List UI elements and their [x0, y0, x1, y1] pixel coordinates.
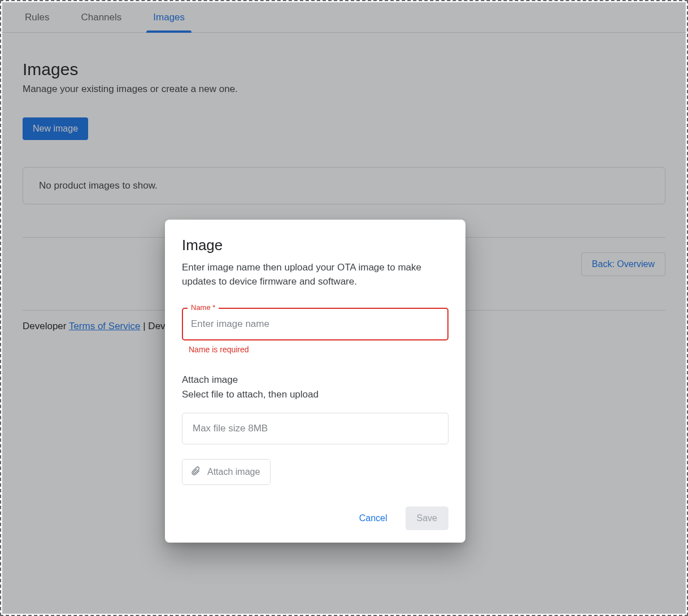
name-field-label: Name *: [188, 303, 219, 312]
dialog-actions: Cancel Save: [182, 506, 448, 530]
name-input[interactable]: [182, 308, 448, 340]
file-drop-box[interactable]: Max file size 8MB: [182, 413, 448, 444]
file-hint: Max file size 8MB: [193, 423, 268, 434]
name-field: Name * Name is required: [182, 308, 448, 354]
dialog-title: Image: [182, 237, 448, 254]
attach-image-button-label: Attach image: [207, 467, 260, 477]
cancel-button[interactable]: Cancel: [355, 508, 392, 529]
attach-image-button[interactable]: Attach image: [182, 459, 271, 485]
name-field-error: Name is required: [189, 345, 448, 354]
attach-subtext: Select file to attach, then upload: [182, 389, 448, 400]
dialog-description: Enter image name then upload your OTA im…: [182, 261, 448, 289]
paperclip-icon: [190, 465, 201, 479]
attach-heading: Attach image: [182, 374, 448, 386]
save-button[interactable]: Save: [406, 506, 448, 530]
image-dialog: Image Enter image name then upload your …: [165, 220, 465, 543]
